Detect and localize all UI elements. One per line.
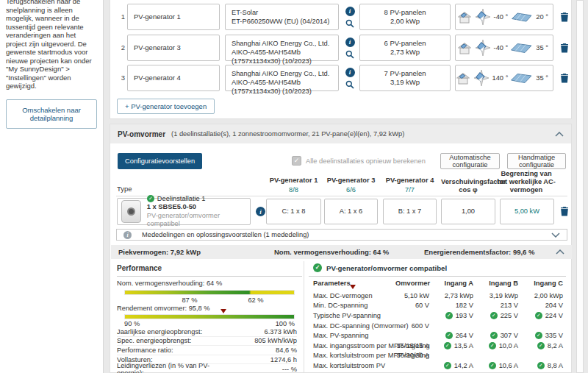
tilt-panel-icon: [511, 73, 533, 84]
orientation-field[interactable]: -40 ° 20 °: [455, 4, 553, 30]
inverter-type-field[interactable]: ✓ Deelinstallatie 1 1 x SBSE5.0-50 PV-ge…: [117, 198, 251, 225]
param-inv: 600 V: [395, 322, 429, 330]
search-icon[interactable]: [345, 80, 354, 89]
generator-name: PV-generator 1: [134, 13, 181, 21]
param-c: ✓335 V: [518, 332, 563, 339]
module-actions: i: [345, 35, 355, 61]
param-row: Max. kortsluitstroom PV ✓14,2 A ✓10,6 A …: [313, 360, 566, 371]
inverter-section-header[interactable]: PV-omvormer (1 deelinstallatie(s), 1 zon…: [110, 124, 571, 143]
azimuth-value: -40 °: [494, 13, 509, 21]
scrollbar-thumb[interactable]: [576, 0, 584, 373]
param-row: Max. kortsluitstroom per MPP-regeling 30…: [313, 351, 566, 361]
messages-bar[interactable]: i Mededelingen en oplossingsvoorstellen …: [116, 229, 567, 241]
panel-count: 7 PV-panelen: [360, 69, 450, 78]
stat-label: Spec. energieopbrengst:: [117, 337, 234, 344]
param-inv: 30/30/30 A: [395, 352, 429, 359]
stat-value: 6.373 kWh: [234, 328, 297, 335]
tilt-value: 20 °: [536, 13, 548, 21]
param-c: ✓8,8 A: [518, 362, 563, 369]
panel-count-field[interactable]: 6 PV-panelen 2,73 kWp: [359, 35, 451, 61]
manual-configuration-button[interactable]: Handmatige configuratie: [507, 153, 566, 169]
row-number: 3: [118, 65, 125, 91]
compass-icon: [475, 40, 491, 56]
generator-name-field[interactable]: PV-generator 3: [127, 35, 220, 61]
orientation-field[interactable]: 140 ° 35 °: [455, 65, 553, 91]
param-a: ✓13,5 A: [429, 342, 473, 349]
module-field[interactable]: Shanghai AIKO Energy Co., Ltd. AIKO-A455…: [225, 65, 339, 91]
divider: [304, 261, 304, 373]
search-icon[interactable]: [345, 50, 354, 59]
bar-tick: 62 %: [241, 296, 270, 304]
compatibility-title-row: ✓ PV-generator/omvormer compatibel: [313, 263, 447, 272]
search-icon[interactable]: [345, 19, 354, 28]
param-label: Max. PV-spanning: [313, 332, 395, 339]
info-icon[interactable]: i: [345, 7, 355, 16]
compatibility-status: PV-generator/omvormer compatibel: [147, 212, 250, 229]
pv-generator-row: 3 PV-generator 4 Shanghai AIKO Energy Co…: [110, 65, 573, 91]
delete-generator-icon[interactable]: [560, 65, 569, 91]
param-b: ✓10,6 A: [473, 362, 518, 369]
cos-phi-field[interactable]: 1,00: [441, 199, 495, 224]
panel-count: 6 PV-panelen: [360, 39, 450, 48]
ac-limit-field[interactable]: 5,00 kW: [500, 199, 554, 224]
stat-label: Leidingverliezen (in % van PV-energie):: [117, 362, 234, 373]
info-icon[interactable]: i: [256, 207, 265, 216]
column-header-cos-phi: Verschuivingsfactor cos φ: [441, 178, 495, 194]
divider: [309, 276, 566, 277]
check-icon: ✓: [537, 342, 545, 349]
delete-generator-icon[interactable]: [560, 35, 569, 61]
panel-count-field[interactable]: 8 PV-panelen 2,00 kWp: [359, 4, 451, 30]
module-manufacturer: ET-Solar: [232, 8, 332, 17]
gen1-assignment-field[interactable]: C: 1 x 8: [266, 199, 321, 224]
module-field[interactable]: ET-Solar ET-P660250WW (EU) (04/2014): [225, 4, 339, 30]
param-row: Min. DC-spanning 60 V 182 V 213 V 204 V: [313, 301, 566, 311]
tilt-value: 35 °: [536, 44, 548, 51]
scrollbar-track[interactable]: [573, 0, 588, 373]
gen3-assignment-field[interactable]: A: 1 x 6: [324, 199, 378, 224]
generator-name-field[interactable]: PV-generator 1: [127, 4, 220, 30]
col-ingang-a: Ingang A: [429, 280, 473, 287]
orientation-field[interactable]: -40 ° 35 °: [455, 35, 553, 61]
sidebar: Terugschakelen naar de snelplanning is a…: [0, 0, 104, 373]
generator-name-field[interactable]: PV-generator 4: [127, 65, 220, 91]
subinstallation-name: Deelinstallatie 1: [157, 195, 206, 204]
panel-count-field[interactable]: 7 PV-panelen 3,19 kWp: [359, 65, 451, 91]
col-parameters: Parameters: [313, 280, 395, 287]
param-row: Max. DC-vermogen 5,10 kW 2,73 kWp 3,19 k…: [313, 291, 566, 301]
chevron-up-icon[interactable]: [556, 249, 564, 255]
param-c: ✓8,2 A: [518, 342, 563, 349]
stat-label: Jaarlijkse energieopbrengst:: [117, 328, 234, 335]
pv-generator-row: 2 PV-generator 3 Shanghai AIKO Energy Co…: [110, 35, 573, 61]
module-model: ET-P660250WW (EU) (04/2014): [232, 17, 332, 26]
chevron-up-icon[interactable]: [555, 132, 564, 137]
module-manufacturer: Shanghai AIKO Energy Co., Ltd.: [232, 69, 332, 78]
check-icon: ✓: [535, 332, 542, 339]
roof-house-icon: [456, 71, 470, 85]
check-icon: ✓: [490, 312, 498, 319]
param-inv: 15/15/15 A: [395, 342, 429, 349]
section-subtitle: (1 deelinstallatie(s), 1 zonnestroomomvo…: [171, 130, 404, 138]
module-model: AIKO-A455-MAH54Mb (1757x1134x30) (10/202…: [232, 48, 332, 65]
delete-subinstallation-icon[interactable]: [560, 206, 569, 216]
param-inv: 60 V: [395, 302, 429, 309]
info-icon[interactable]: i: [345, 68, 355, 77]
recalculate-checkbox-row: ✓ Alle deelinstallaties opnieuw berekene…: [292, 156, 426, 166]
gen4-assignment-field[interactable]: B: 1 x 7: [383, 199, 437, 224]
compass-icon: [475, 9, 491, 25]
param-label: Max. ingangsstroom per MPP-regeling: [313, 342, 395, 349]
info-icon[interactable]: i: [345, 38, 355, 47]
stat-value: 805 kWh/kWp: [234, 337, 297, 344]
switch-to-detailplanning-button[interactable]: Omschakelen naar detailplanning: [6, 99, 97, 129]
automatic-configuration-button[interactable]: Automatische configuratie: [440, 153, 500, 169]
add-pv-generator-button[interactable]: + PV-generator toevoegen: [117, 99, 215, 114]
check-icon: ✓: [490, 332, 498, 339]
chevron-down-icon[interactable]: [551, 232, 560, 238]
col-ingang-c: Ingang C: [518, 280, 563, 287]
check-icon: ✓: [489, 362, 496, 369]
module-field[interactable]: Shanghai AIKO Energy Co., Ltd. AIKO-A455…: [225, 35, 339, 61]
delete-generator-icon[interactable]: [560, 4, 569, 30]
recalculate-checkbox[interactable]: ✓: [292, 156, 301, 166]
tilt-panel-icon: [511, 12, 533, 23]
configuration-proposals-button[interactable]: Configuratievoorstellen: [118, 153, 202, 169]
recalculate-label: Alle deelinstallaties opnieuw berekenen: [306, 157, 426, 165]
